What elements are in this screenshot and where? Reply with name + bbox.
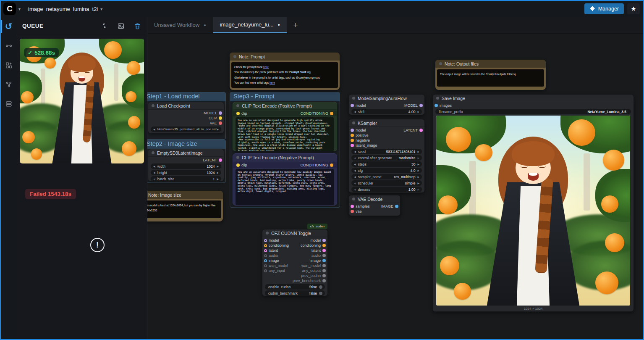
stepper-right-icon[interactable]: ▶ bbox=[417, 150, 419, 153]
node-graph-canvas[interactable]: Step1 - Load model Step2 - Image size St… bbox=[147, 34, 643, 339]
input-slot-conditioning[interactable] bbox=[264, 244, 267, 247]
stepper-left-icon[interactable]: ◀ bbox=[354, 163, 356, 166]
stepper-left-icon[interactable]: ◀ bbox=[354, 110, 356, 113]
collapse-dot-icon[interactable] bbox=[152, 104, 154, 107]
group-title[interactable]: Step3 - Prompt bbox=[230, 92, 340, 101]
stepper-left-icon[interactable]: ◀ bbox=[153, 171, 155, 174]
stepper-right-icon[interactable]: ▶ bbox=[417, 169, 419, 172]
tab-dot-icon[interactable]: ● bbox=[278, 23, 280, 27]
stepper-left-icon[interactable]: ◀ bbox=[354, 188, 356, 191]
rail-item-queue[interactable]: ↺ bbox=[1, 17, 16, 36]
input-slot-model[interactable] bbox=[264, 239, 267, 242]
note-body[interactable]: Check the prompt book here You should ke… bbox=[231, 62, 338, 88]
input-slot-positive[interactable] bbox=[351, 134, 354, 137]
positive-prompt-textarea[interactable]: You are an assistant designed to generat… bbox=[236, 117, 334, 151]
input-slot-images[interactable] bbox=[435, 104, 438, 107]
stepper-left-icon[interactable]: ◀ bbox=[354, 182, 356, 184]
prompt-book-link[interactable]: here bbox=[263, 66, 269, 69]
node-save-image[interactable]: Save Image images filename_prefixNetaYum… bbox=[432, 94, 634, 312]
output-slot-conditioning[interactable] bbox=[330, 163, 333, 167]
node-load-checkpoint[interactable]: Load Checkpoint MODEL CLIP VAE ◀ NetaYum… bbox=[148, 102, 224, 134]
output-slot-prev-benchmark[interactable] bbox=[322, 279, 326, 282]
tab-image-netayume[interactable]: image_netayume_lu... ● bbox=[213, 17, 287, 33]
collapse-panel-icon[interactable] bbox=[101, 22, 108, 29]
denoise-stepper[interactable]: ◀denoise1.00▶ bbox=[351, 187, 422, 192]
output-slot-model[interactable] bbox=[419, 104, 423, 107]
filename-prefix-widget[interactable]: filename_prefixNetaYume_Lumina_3.5 bbox=[435, 109, 631, 114]
input-slot-samples[interactable] bbox=[351, 205, 354, 208]
output-slot-model[interactable] bbox=[219, 111, 222, 115]
width-stepper[interactable]: ◀width1024▶ bbox=[151, 163, 221, 169]
steps-stepper[interactable]: ◀steps30▶ bbox=[351, 161, 422, 167]
input-slot-model[interactable] bbox=[351, 129, 354, 132]
collapse-dot-icon[interactable] bbox=[352, 97, 355, 100]
ckpt-name-combo[interactable]: ◀ NetaYumev35_pretrained_all_in_one.saf … bbox=[151, 127, 221, 132]
node-cfz-cudnn-toggle[interactable]: cfz_cudnn CFZ CUDNN Toggle modelmodel co… bbox=[262, 229, 328, 296]
stepper-left-icon[interactable]: ◀ bbox=[153, 177, 155, 180]
collapse-dot-icon[interactable] bbox=[233, 55, 236, 58]
scheduler-combo[interactable]: ◀schedulersimple▶ bbox=[351, 180, 422, 186]
rail-item-workflows[interactable] bbox=[1, 75, 16, 94]
input-slot-latent-image[interactable] bbox=[351, 144, 354, 147]
artist-tags-link[interactable]: here bbox=[270, 81, 275, 84]
output-slot-conditioning[interactable] bbox=[322, 244, 326, 247]
saved-image-preview[interactable] bbox=[436, 116, 630, 306]
stepper-left-icon[interactable]: ◀ bbox=[354, 169, 356, 172]
toggle-knob[interactable] bbox=[319, 292, 322, 295]
comfy-logo[interactable]: C bbox=[3, 3, 16, 15]
stepper-right-icon[interactable]: ▶ bbox=[217, 165, 219, 168]
rail-item-model-library[interactable] bbox=[1, 55, 16, 75]
favorites-button[interactable]: ★ bbox=[627, 3, 640, 14]
workflow-chevron-down-icon[interactable]: ▾ bbox=[100, 7, 102, 11]
input-slot-any-input[interactable] bbox=[264, 269, 267, 272]
negative-prompt-textarea[interactable]: You are an assistant designed to generat… bbox=[236, 169, 334, 205]
stepper-left-icon[interactable]: ◀ bbox=[153, 128, 155, 131]
stepper-right-icon[interactable]: ▶ bbox=[417, 188, 419, 191]
note-body[interactable]: The output image will be saved in the Co… bbox=[437, 69, 544, 87]
input-slot-latent[interactable] bbox=[264, 249, 267, 252]
stepper-left-icon[interactable]: ◀ bbox=[153, 165, 155, 168]
node-empty-latent[interactable]: EmptySD3LatentImage LATENT ◀width1024▶ ◀… bbox=[148, 149, 224, 182]
cfg-stepper[interactable]: ◀cfg4.0▶ bbox=[351, 168, 422, 173]
logo-chevron-down-icon[interactable]: ▾ bbox=[18, 7, 21, 11]
output-slot-latent[interactable] bbox=[219, 158, 222, 162]
image-filter-icon[interactable] bbox=[117, 22, 125, 30]
tab-unsaved-workflow[interactable]: Unsaved Workflow ● bbox=[147, 17, 213, 33]
stepper-right-icon[interactable]: ▶ bbox=[217, 171, 219, 174]
stepper-left-icon[interactable]: ◀ bbox=[354, 156, 356, 159]
tab-dot-icon[interactable]: ● bbox=[204, 23, 206, 27]
queue-result-thumbnail[interactable]: ✓ 528.68s bbox=[20, 39, 144, 163]
node-ksampler[interactable]: KSampler model LATENT positive negative … bbox=[348, 119, 425, 193]
output-slot-image[interactable] bbox=[322, 259, 326, 262]
input-slot-negative[interactable] bbox=[351, 139, 354, 142]
output-slot-prev-cudnn[interactable] bbox=[322, 274, 326, 277]
toggle-knob[interactable] bbox=[319, 285, 322, 289]
collapse-dot-icon[interactable] bbox=[352, 198, 355, 200]
output-slot-conditioning[interactable] bbox=[330, 112, 333, 115]
collapse-dot-icon[interactable] bbox=[436, 97, 439, 100]
collapse-dot-icon[interactable] bbox=[439, 62, 442, 65]
enable-cudnn-toggle[interactable]: enable_cudnnfalse bbox=[265, 284, 325, 290]
output-slot-vae[interactable] bbox=[219, 121, 222, 125]
input-slot-clip[interactable] bbox=[236, 112, 240, 115]
collapse-dot-icon[interactable] bbox=[236, 104, 239, 107]
input-slot-image[interactable] bbox=[264, 259, 267, 262]
seed-stepper[interactable]: ◀seed583118711808401▶ bbox=[351, 149, 422, 154]
collapse-dot-icon[interactable] bbox=[152, 151, 154, 154]
workflow-name[interactable]: image_netayume_lumina_t2i bbox=[28, 6, 98, 12]
output-slot-any-output[interactable] bbox=[322, 269, 326, 272]
rail-item-node-library[interactable] bbox=[1, 36, 16, 55]
input-slot-wan-model[interactable] bbox=[264, 264, 267, 267]
collapse-dot-icon[interactable] bbox=[236, 156, 239, 159]
note-body[interactable]: This model is best at 1024x1024, but you… bbox=[147, 200, 221, 218]
new-tab-button[interactable]: + bbox=[287, 17, 304, 33]
shift-stepper[interactable]: ◀shift4.00▶ bbox=[351, 109, 422, 114]
group-title[interactable]: Step1 - Load model bbox=[147, 92, 225, 101]
stepper-right-icon[interactable]: ▶ bbox=[417, 175, 419, 178]
stepper-right-icon[interactable]: ▶ bbox=[417, 163, 419, 166]
node-clip-positive[interactable]: CLIP Text Encode (Positive Prompt) clip … bbox=[233, 102, 337, 151]
stepper-left-icon[interactable]: ◀ bbox=[354, 150, 356, 153]
output-slot-audio[interactable] bbox=[322, 254, 326, 257]
group-title[interactable]: Step2 - Image size bbox=[147, 140, 225, 149]
stepper-right-icon[interactable]: ▶ bbox=[217, 177, 219, 180]
